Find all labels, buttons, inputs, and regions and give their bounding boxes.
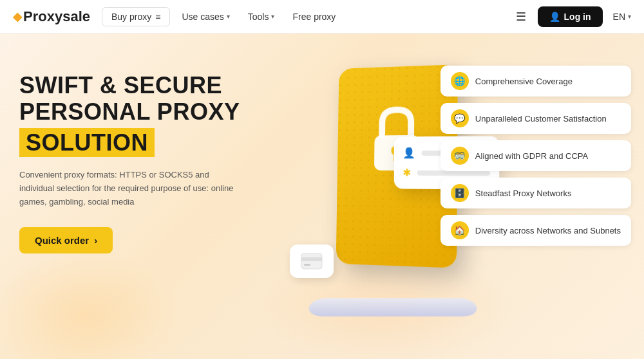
lang-label: EN [613, 12, 625, 22]
hero-description: Convenient proxy formats: HTTPS or SOCKS… [19, 169, 238, 208]
logo-sale-text: sale [62, 8, 90, 25]
tools-chevron-icon: ▾ [271, 13, 274, 20]
buy-proxy-button[interactable]: Buy proxy ≡ [102, 7, 170, 26]
quick-order-arrow-icon: › [94, 235, 97, 246]
login-label: Log in [564, 12, 591, 22]
hero-illustration: 👤 ✱ 🌐 Compr [245, 33, 644, 359]
feature-tag-satisfaction: 💬 Unparalleled Customer Satisfaction [440, 103, 631, 134]
device-base [306, 298, 479, 317]
satisfaction-icon: 💬 [451, 109, 469, 127]
tools-label: Tools [248, 12, 269, 22]
hero-section: SWIFT & SECURE PERSONAL PROXY SOLUTION C… [0, 33, 644, 359]
satisfaction-label: Unparalleled Customer Satisfaction [475, 114, 607, 124]
networks-label: Steadfast Proxy Networks [475, 189, 572, 198]
svg-rect-7 [304, 264, 310, 266]
language-selector[interactable]: EN ▾ [613, 12, 631, 22]
gdpr-label: Aligned with GDPR and CCPA [475, 151, 588, 161]
logo[interactable]: ◆ Proxy sale [13, 8, 90, 25]
card-icon [300, 252, 323, 270]
user-icon: 👤 [549, 12, 560, 22]
networks-icon: 🗄️ [451, 184, 469, 202]
diversity-label: Diversity across Networks and Subnets [475, 226, 621, 235]
hero-content: SWIFT & SECURE PERSONAL PROXY SOLUTION C… [19, 72, 264, 253]
feature-tag-diversity: 🏠 Diversity across Networks and Subnets [440, 215, 631, 246]
logo-proxy-text: Proxy [23, 8, 62, 25]
quick-order-label: Quick order [35, 235, 89, 246]
use-cases-chevron-icon: ▾ [227, 13, 230, 20]
hero-title: SWIFT & SECURE PERSONAL PROXY SOLUTION [19, 72, 264, 157]
quick-order-button[interactable]: Quick order › [19, 227, 113, 253]
feature-tag-networks: 🗄️ Steadfast Proxy Networks [440, 178, 631, 208]
hero-title-line2: PERSONAL PROXY [19, 98, 240, 125]
coverage-label: Comprehensive Coverage [475, 77, 573, 86]
feature-tag-coverage: 🌐 Comprehensive Coverage [440, 66, 631, 97]
use-cases-label: Use cases [182, 12, 223, 22]
hero-title-highlight: SOLUTION [19, 128, 155, 157]
hamburger-icon[interactable]: ☰ [516, 10, 526, 24]
decorative-blob-1 [0, 250, 180, 359]
use-cases-nav[interactable]: Use cases ▾ [175, 8, 236, 26]
diversity-icon: 🏠 [451, 221, 469, 239]
login-button[interactable]: 👤 Log in [538, 6, 603, 27]
logo-star-icon: ◆ [13, 10, 22, 24]
feature-tag-gdpr: 🥽 Aligned with GDPR and CCPA [440, 140, 631, 171]
coverage-icon: 🌐 [451, 72, 469, 90]
svg-rect-6 [301, 257, 322, 261]
free-proxy-label: Free proxy [292, 12, 336, 22]
navbar: ◆ Proxy sale Buy proxy ≡ Use cases ▾ Too… [0, 0, 644, 33]
small-card [290, 244, 334, 278]
user-form-icon: 👤 [402, 147, 415, 159]
hero-title-line1: SWIFT & SECURE [19, 72, 222, 98]
settings-form-icon: ✱ [402, 167, 411, 179]
free-proxy-nav[interactable]: Free proxy [286, 8, 342, 26]
lang-chevron-icon: ▾ [628, 13, 631, 20]
feature-tags-list: 🌐 Comprehensive Coverage 💬 Unparalleled … [440, 66, 631, 246]
buy-proxy-icon: ≡ [155, 12, 160, 22]
buy-proxy-label: Buy proxy [111, 12, 151, 22]
tools-nav[interactable]: Tools ▾ [242, 8, 281, 26]
gdpr-icon: 🥽 [451, 147, 469, 165]
